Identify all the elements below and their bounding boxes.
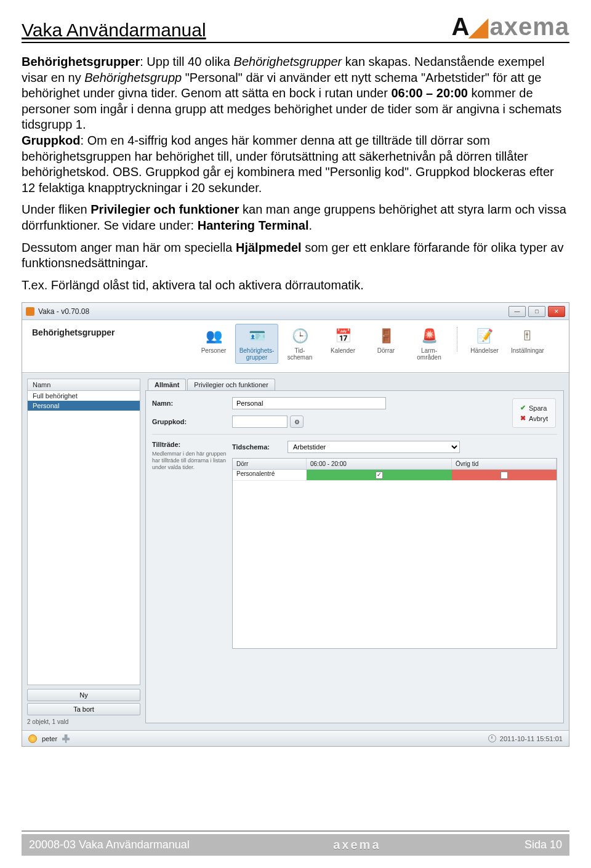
nav-personer[interactable]: 👥Personer: [192, 324, 235, 364]
clock-small-icon: [488, 734, 496, 742]
list-header: Namn: [27, 379, 140, 391]
tilltrade-desc: Medlemmar i den här gruppen har tillträd…: [152, 451, 232, 470]
tab-privilegier[interactable]: Privilegier och funktioner: [187, 379, 275, 390]
page-header: Vaka Användarmanual A◢ axema: [22, 12, 569, 43]
groupcode-action-button[interactable]: ⚙: [290, 416, 304, 428]
calendar-icon: 📅: [332, 327, 353, 345]
nav-kalender[interactable]: 📅Kalender: [321, 324, 364, 364]
idcard-icon: 🪪: [246, 327, 267, 345]
statusbar: peter 2011-10-11 15:51:01: [22, 730, 569, 746]
grid-cell-door: Personalentré: [233, 470, 307, 480]
page-title: Vaka Användarmanual: [22, 20, 206, 41]
tab-allmant[interactable]: Allmänt: [148, 379, 186, 390]
grid-cell-slot1[interactable]: ✓: [307, 470, 452, 480]
cancel-link[interactable]: ✖Avbryt: [520, 413, 548, 424]
alarm-icon: 🚨: [419, 327, 440, 345]
door-icon: 🚪: [376, 327, 396, 345]
sidebar: Namn Full behörighet Personal Ny Ta bort…: [22, 374, 145, 730]
key-icon: ⚙: [294, 419, 300, 425]
checkbox[interactable]: ✓: [376, 472, 383, 479]
section-title: Behörighetsgrupper: [32, 328, 192, 337]
brand-logo: A◢ axema: [452, 12, 569, 41]
new-button[interactable]: Ny: [27, 689, 140, 701]
app-toolbar: Behörighetsgrupper 👥Personer 🪪Behörighet…: [22, 320, 569, 373]
footer-logo: axema: [333, 838, 380, 852]
form-panel: ✔Spara ✖Avbryt Namn: Gruppkod: ⚙: [145, 390, 564, 723]
status-time: 2011-10-11 15:51:01: [500, 735, 563, 742]
events-icon: 📝: [474, 327, 495, 345]
maximize-button[interactable]: □: [528, 306, 545, 317]
nav-larmomraden[interactable]: 🚨Larm- områden: [408, 324, 451, 364]
grid-head-door: Dörr: [233, 459, 307, 469]
grid-head-timeslot: 06:00 - 20:00: [307, 459, 452, 469]
timeschedule-select[interactable]: Arbetstider: [287, 441, 460, 453]
window-title: Vaka - v0.70.08: [38, 307, 89, 316]
action-box: ✔Spara ✖Avbryt: [512, 398, 556, 428]
nav-tidscheman[interactable]: 🕒Tid- scheman: [278, 324, 321, 364]
nav-dorrar[interactable]: 🚪Dörrar: [364, 324, 408, 364]
groupcode-input[interactable]: [232, 416, 287, 428]
label-namn: Namn:: [152, 400, 232, 407]
logo-text: axema: [489, 13, 569, 41]
nav-installningar[interactable]: 🎚Inställningar: [506, 324, 549, 364]
logo-mark-icon: A◢: [452, 12, 489, 41]
body-copy: Behörighetsgrupper: Upp till 40 olika Be…: [22, 54, 569, 293]
toolbar-separator: [451, 324, 463, 364]
minimize-button[interactable]: —: [509, 306, 526, 317]
window-titlebar: Vaka - v0.70.08 — □ ✕: [22, 303, 569, 320]
check-icon: ✔: [520, 404, 526, 412]
footer-left: 20008-03 Vaka Användarmanual: [29, 838, 190, 851]
checkbox[interactable]: [501, 472, 508, 479]
label-tilltrade: Tillträde:: [152, 441, 232, 448]
footer-right: Sida 10: [525, 838, 562, 851]
list-status: 2 objekt, 1 vald: [27, 718, 140, 725]
app-icon: [26, 307, 34, 316]
delete-button[interactable]: Ta bort: [27, 703, 140, 715]
settings-icon: 🎚: [517, 327, 538, 345]
nav-behorighetsgrupper[interactable]: 🪪Behörighets- grupper: [235, 324, 278, 364]
list-item[interactable]: Full behörighet: [28, 391, 140, 401]
name-input[interactable]: [232, 397, 386, 409]
label-gruppkod: Gruppkod:: [152, 418, 232, 425]
app-window: Vaka - v0.70.08 — □ ✕ Behörighetsgrupper…: [22, 302, 569, 747]
grid-row: Personalentré ✓: [233, 470, 557, 481]
plug-icon: [62, 734, 70, 743]
access-grid: Dörr 06:00 - 20:00 Övrig tid Personalent…: [232, 458, 557, 649]
nav-handelser[interactable]: 📝Händelser: [463, 324, 506, 364]
close-button[interactable]: ✕: [548, 306, 565, 317]
clock-icon: 🕒: [289, 327, 310, 345]
save-link[interactable]: ✔Spara: [520, 403, 548, 413]
people-icon: 👥: [203, 327, 224, 345]
x-icon: ✖: [520, 414, 526, 422]
grid-cell-other[interactable]: [452, 470, 557, 480]
grid-head-other: Övrig tid: [452, 459, 557, 469]
page-footer: 20008-03 Vaka Användarmanual axema Sida …: [22, 830, 569, 856]
group-list[interactable]: Full behörighet Personal: [27, 391, 140, 685]
status-user: peter: [42, 735, 57, 742]
label-tidschema: Tidschema:: [232, 443, 287, 451]
separator: [152, 434, 557, 435]
list-item[interactable]: Personal: [28, 401, 140, 411]
user-icon: [28, 734, 37, 743]
